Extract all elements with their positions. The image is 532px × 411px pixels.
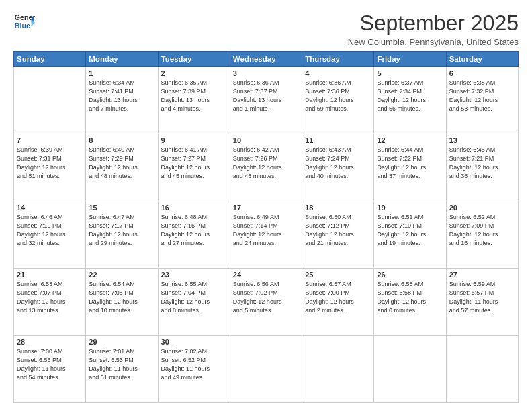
day-info: Sunrise: 6:38 AMSunset: 7:32 PMDaylight:… (449, 79, 515, 113)
day-info: Sunrise: 6:37 AMSunset: 7:34 PMDaylight:… (377, 79, 443, 113)
day-info: Sunrise: 6:47 AMSunset: 7:17 PMDaylight:… (89, 213, 154, 248)
day-cell: 5Sunrise: 6:37 AMSunset: 7:34 PMDaylight… (374, 67, 446, 134)
day-cell: 16Sunrise: 6:48 AMSunset: 7:16 PMDayligh… (158, 201, 230, 269)
day-cell: 6Sunrise: 6:38 AMSunset: 7:32 PMDaylight… (446, 67, 518, 134)
day-cell: 19Sunrise: 6:51 AMSunset: 7:10 PMDayligh… (374, 201, 446, 269)
day-info: Sunrise: 7:00 AMSunset: 6:55 PMDaylight:… (17, 347, 83, 382)
day-cell: 28Sunrise: 7:00 AMSunset: 6:55 PMDayligh… (14, 336, 86, 403)
day-cell: 21Sunrise: 6:53 AMSunset: 7:07 PMDayligh… (14, 269, 86, 336)
day-info: Sunrise: 6:48 AMSunset: 7:16 PMDaylight:… (161, 213, 227, 248)
day-cell: 26Sunrise: 6:58 AMSunset: 6:58 PMDayligh… (374, 269, 446, 336)
day-number: 25 (305, 271, 371, 279)
day-info: Sunrise: 6:36 AMSunset: 7:37 PMDaylight:… (233, 79, 299, 113)
day-info: Sunrise: 6:36 AMSunset: 7:36 PMDaylight:… (305, 79, 371, 113)
day-number: 2 (161, 69, 227, 77)
day-number: 8 (89, 136, 154, 144)
title-block: September 2025 New Columbia, Pennsylvani… (348, 11, 519, 47)
calendar-table: SundayMondayTuesdayWednesdayThursdayFrid… (13, 51, 519, 403)
day-number: 13 (449, 136, 515, 144)
day-cell: 9Sunrise: 6:41 AMSunset: 7:27 PMDaylight… (158, 134, 230, 201)
day-info: Sunrise: 6:43 AMSunset: 7:24 PMDaylight:… (305, 146, 371, 181)
day-info: Sunrise: 6:35 AMSunset: 7:39 PMDaylight:… (161, 79, 227, 113)
day-info: Sunrise: 7:02 AMSunset: 6:52 PMDaylight:… (161, 347, 227, 382)
day-cell: 7Sunrise: 6:39 AMSunset: 7:31 PMDaylight… (14, 134, 86, 201)
day-number: 26 (377, 271, 443, 279)
col-header-thursday: Thursday (302, 52, 374, 67)
page: General Blue September 2025 New Columbia… (0, 0, 532, 411)
day-number: 7 (17, 136, 83, 144)
day-number: 10 (233, 136, 299, 144)
day-info: Sunrise: 6:55 AMSunset: 7:04 PMDaylight:… (161, 280, 227, 315)
day-info: Sunrise: 6:44 AMSunset: 7:22 PMDaylight:… (377, 146, 443, 181)
header: General Blue September 2025 New Columbia… (13, 11, 519, 47)
day-number: 5 (377, 69, 443, 77)
day-cell: 12Sunrise: 6:44 AMSunset: 7:22 PMDayligh… (374, 134, 446, 201)
day-cell: 3Sunrise: 6:36 AMSunset: 7:37 PMDaylight… (230, 67, 302, 134)
day-cell (302, 336, 374, 403)
day-number: 9 (161, 136, 227, 144)
day-info: Sunrise: 6:40 AMSunset: 7:29 PMDaylight:… (89, 146, 154, 181)
day-cell: 27Sunrise: 6:59 AMSunset: 6:57 PMDayligh… (446, 269, 518, 336)
day-info: Sunrise: 6:45 AMSunset: 7:21 PMDaylight:… (449, 146, 515, 181)
day-cell: 22Sunrise: 6:54 AMSunset: 7:05 PMDayligh… (86, 269, 158, 336)
logo-icon: General Blue (13, 11, 35, 32)
day-number: 17 (233, 203, 299, 212)
week-row-2: 7Sunrise: 6:39 AMSunset: 7:31 PMDaylight… (14, 134, 519, 201)
day-info: Sunrise: 6:57 AMSunset: 7:00 PMDaylight:… (305, 280, 371, 315)
day-number: 30 (161, 338, 227, 346)
day-info: Sunrise: 6:39 AMSunset: 7:31 PMDaylight:… (17, 146, 83, 181)
day-number: 19 (377, 203, 443, 212)
day-cell: 18Sunrise: 6:50 AMSunset: 7:12 PMDayligh… (302, 201, 374, 269)
day-cell: 10Sunrise: 6:42 AMSunset: 7:26 PMDayligh… (230, 134, 302, 201)
day-info: Sunrise: 6:42 AMSunset: 7:26 PMDaylight:… (233, 146, 299, 181)
day-info: Sunrise: 6:41 AMSunset: 7:27 PMDaylight:… (161, 146, 227, 181)
day-cell: 30Sunrise: 7:02 AMSunset: 6:52 PMDayligh… (158, 336, 230, 403)
day-cell (230, 336, 302, 403)
day-cell: 13Sunrise: 6:45 AMSunset: 7:21 PMDayligh… (446, 134, 518, 201)
day-info: Sunrise: 6:59 AMSunset: 6:57 PMDaylight:… (449, 280, 515, 315)
col-header-wednesday: Wednesday (230, 52, 302, 67)
day-number: 27 (449, 271, 515, 279)
day-info: Sunrise: 6:49 AMSunset: 7:14 PMDaylight:… (233, 213, 299, 248)
day-cell: 8Sunrise: 6:40 AMSunset: 7:29 PMDaylight… (86, 134, 158, 201)
day-number: 12 (377, 136, 443, 144)
day-number: 29 (89, 338, 154, 346)
day-info: Sunrise: 6:52 AMSunset: 7:09 PMDaylight:… (449, 213, 515, 248)
day-cell (446, 336, 518, 403)
day-number: 28 (17, 338, 83, 346)
day-cell: 14Sunrise: 6:46 AMSunset: 7:19 PMDayligh… (14, 201, 86, 269)
day-info: Sunrise: 6:50 AMSunset: 7:12 PMDaylight:… (305, 213, 371, 248)
day-number: 3 (233, 69, 299, 77)
day-cell: 4Sunrise: 6:36 AMSunset: 7:36 PMDaylight… (302, 67, 374, 134)
day-cell (14, 67, 86, 134)
day-number: 14 (17, 203, 83, 212)
day-info: Sunrise: 6:51 AMSunset: 7:10 PMDaylight:… (377, 213, 443, 248)
day-cell: 20Sunrise: 6:52 AMSunset: 7:09 PMDayligh… (446, 201, 518, 269)
day-info: Sunrise: 6:56 AMSunset: 7:02 PMDaylight:… (233, 280, 299, 315)
day-cell: 17Sunrise: 6:49 AMSunset: 7:14 PMDayligh… (230, 201, 302, 269)
day-number: 21 (17, 271, 83, 279)
day-cell: 24Sunrise: 6:56 AMSunset: 7:02 PMDayligh… (230, 269, 302, 336)
day-cell: 2Sunrise: 6:35 AMSunset: 7:39 PMDaylight… (158, 67, 230, 134)
week-row-1: 1Sunrise: 6:34 AMSunset: 7:41 PMDaylight… (14, 67, 519, 134)
day-info: Sunrise: 6:34 AMSunset: 7:41 PMDaylight:… (89, 79, 154, 113)
day-cell (374, 336, 446, 403)
day-cell: 11Sunrise: 6:43 AMSunset: 7:24 PMDayligh… (302, 134, 374, 201)
col-header-saturday: Saturday (446, 52, 518, 67)
day-number: 6 (449, 69, 515, 77)
day-number: 1 (89, 69, 154, 77)
svg-text:Blue: Blue (15, 21, 30, 30)
day-cell: 25Sunrise: 6:57 AMSunset: 7:00 PMDayligh… (302, 269, 374, 336)
day-number: 23 (161, 271, 227, 279)
day-cell: 23Sunrise: 6:55 AMSunset: 7:04 PMDayligh… (158, 269, 230, 336)
day-number: 22 (89, 271, 154, 279)
logo: General Blue (13, 11, 35, 32)
header-row: SundayMondayTuesdayWednesdayThursdayFrid… (14, 52, 519, 67)
day-number: 20 (449, 203, 515, 212)
week-row-5: 28Sunrise: 7:00 AMSunset: 6:55 PMDayligh… (14, 336, 519, 403)
day-cell: 15Sunrise: 6:47 AMSunset: 7:17 PMDayligh… (86, 201, 158, 269)
day-info: Sunrise: 6:54 AMSunset: 7:05 PMDaylight:… (89, 280, 154, 315)
day-number: 16 (161, 203, 227, 212)
month-title: September 2025 (348, 11, 519, 36)
day-info: Sunrise: 6:53 AMSunset: 7:07 PMDaylight:… (17, 280, 83, 315)
